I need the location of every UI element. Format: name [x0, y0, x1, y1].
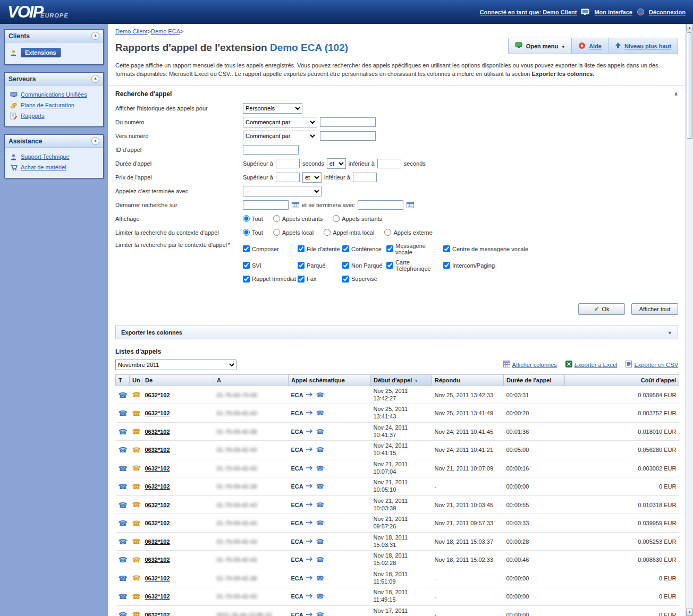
show-all-button[interactable]: Afficher tout: [631, 303, 678, 315]
sidebar-item-extensions[interactable]: Extensions: [8, 46, 100, 59]
context-checkbox[interactable]: [298, 245, 305, 252]
history-select[interactable]: Personnels: [243, 103, 302, 114]
caller-number-link[interactable]: 0632*102: [145, 483, 170, 490]
caller-number-link[interactable]: 0632*102: [145, 575, 170, 581]
calendar-icon[interactable]: [407, 201, 414, 208]
context-intra-local-radio[interactable]: [324, 229, 331, 236]
level-up-link[interactable]: Niveau plus haut: [624, 43, 671, 49]
context-checkbox[interactable]: [298, 276, 305, 283]
my-interface-link[interactable]: Mon interface: [594, 9, 632, 15]
caller-number-link[interactable]: 0632*102: [145, 520, 170, 526]
to-number-input[interactable]: [320, 131, 376, 141]
context-checkbox-rappel-immediat[interactable]: Rappel Immédiat: [243, 276, 298, 283]
header-cost[interactable]: Coût d'appel: [565, 374, 679, 386]
breadcrumb-demo-client[interactable]: Demo Client: [115, 28, 148, 35]
caller-number-link[interactable]: 0632*102: [145, 410, 170, 416]
context-checkbox-messagerie-vocale[interactable]: Messagerie vocale: [386, 243, 443, 255]
caller-number-link[interactable]: 0632*102: [145, 465, 170, 472]
context-checkbox[interactable]: [443, 262, 450, 269]
display-entrants-radio[interactable]: [273, 215, 280, 222]
context-checkbox-centre-messagerie[interactable]: Centre de messagerie vocale: [443, 245, 528, 252]
show-columns-link[interactable]: Afficher colonnes: [512, 362, 557, 368]
call-id-input[interactable]: [243, 145, 299, 155]
context-checkbox[interactable]: [342, 276, 349, 283]
from-match-select[interactable]: Commençant par: [243, 117, 317, 127]
sidebar-item-label[interactable]: Support Technique: [21, 153, 70, 160]
collapse-panel-icon[interactable]: [91, 32, 99, 40]
context-checkbox-composer[interactable]: Composer: [243, 245, 298, 252]
sidebar-item-plans-facturation[interactable]: Plans de Facturation: [8, 100, 100, 110]
context-externe-radio[interactable]: [384, 229, 391, 236]
context-tout-radio[interactable]: [243, 229, 250, 236]
display-option-sortants[interactable]: Appels sortants: [333, 215, 382, 222]
context-checkbox-fax[interactable]: Fax: [298, 276, 342, 283]
caller-number-link[interactable]: 0632*102: [145, 612, 170, 616]
sidebar-item-communications-unifiees[interactable]: Communications Unifiées: [8, 89, 100, 100]
scroll-down-button[interactable]: [686, 609, 693, 616]
context-local-radio[interactable]: [273, 229, 280, 236]
header-answered-flag[interactable]: Un: [130, 374, 142, 386]
caller-number-link[interactable]: 0632*102: [145, 557, 170, 563]
display-tout-radio[interactable]: [243, 215, 250, 222]
ended-with-select[interactable]: --: [243, 186, 322, 196]
help-link[interactable]: Aide: [589, 43, 602, 49]
calendar-icon[interactable]: [292, 201, 299, 208]
to-match-select[interactable]: Commençant par: [243, 131, 317, 141]
context-checkbox-parque[interactable]: Parqué: [298, 262, 342, 269]
display-option-tout[interactable]: Tout: [243, 215, 263, 222]
export-csv-control[interactable]: Exporter en CSV: [626, 361, 678, 369]
price-max-input[interactable]: [353, 173, 377, 182]
caller-number-link[interactable]: 0632*102: [145, 429, 170, 435]
ok-button[interactable]: Ok: [578, 303, 625, 315]
collapse-panel-icon[interactable]: [91, 75, 99, 83]
level-up-button[interactable]: Niveau plus haut: [608, 38, 678, 54]
scrollbar-thumb[interactable]: [687, 32, 692, 139]
sidebar-item-label[interactable]: Communications Unifiées: [21, 91, 87, 98]
end-date-input[interactable]: [358, 200, 403, 210]
month-select[interactable]: Novembre 2011: [115, 360, 236, 370]
context-checkbox[interactable]: [243, 276, 250, 283]
sidebar-item-label[interactable]: Rapports: [21, 113, 45, 119]
export-excel-link[interactable]: Exporter à Excel: [574, 362, 618, 368]
caller-number-link[interactable]: 0632*102: [145, 447, 170, 453]
header-from[interactable]: De: [142, 374, 214, 386]
duration-operator-select[interactable]: et: [327, 158, 346, 169]
sidebar-item-achat-materiel[interactable]: Achat de matériel: [8, 162, 100, 173]
context-option-externe[interactable]: Appels externe: [384, 229, 432, 236]
export-csv-link[interactable]: Exporter en CSV: [634, 362, 678, 368]
header-duration[interactable]: Durée de l'appel: [504, 374, 565, 386]
context-checkbox[interactable]: [443, 245, 450, 252]
sidebar-item-label[interactable]: Plans de Facturation: [21, 102, 74, 108]
context-option-intra-local[interactable]: Appel intra local: [324, 229, 374, 236]
start-date-input[interactable]: [243, 200, 289, 210]
sidebar-item-support-technique[interactable]: Support Technique: [8, 151, 100, 162]
context-checkbox-supervise[interactable]: Supervisé: [342, 276, 386, 283]
show-columns-control[interactable]: Afficher colonnes: [503, 361, 557, 369]
export-columns-bar[interactable]: Exporter les colonnes: [115, 326, 678, 339]
logged-in-link[interactable]: Connecté en tant que: Demo Client: [480, 9, 577, 15]
expand-export-icon[interactable]: [667, 329, 672, 336]
from-number-input[interactable]: [320, 117, 376, 127]
header-start-sorted[interactable]: Début d'appel: [371, 374, 432, 386]
context-checkbox-intercom-paging[interactable]: Intercom/Paging: [443, 262, 495, 269]
collapse-search-icon[interactable]: [674, 91, 678, 97]
context-checkbox-carte-telephonique[interactable]: Carte Téléphonique: [386, 259, 443, 272]
context-checkbox[interactable]: [342, 245, 349, 252]
context-checkbox[interactable]: [386, 245, 393, 252]
header-to[interactable]: A: [214, 374, 289, 386]
header-type[interactable]: T: [116, 374, 130, 386]
scroll-up-button[interactable]: [686, 24, 693, 31]
open-menu-button[interactable]: Open menu: [509, 38, 571, 54]
price-operator-select[interactable]: et: [302, 172, 322, 183]
sidebar-item-label[interactable]: Extensions: [21, 48, 61, 57]
context-option-local[interactable]: Appels local: [273, 229, 314, 236]
context-checkbox[interactable]: [243, 245, 250, 252]
breadcrumb-demo-eca[interactable]: Demo ECA: [151, 28, 180, 35]
display-sortants-radio[interactable]: [333, 215, 340, 222]
duration-min-input[interactable]: [276, 159, 300, 168]
logout-link[interactable]: Déconnexion: [649, 9, 686, 15]
caller-number-link[interactable]: 0632*102: [145, 392, 170, 398]
collapse-panel-icon[interactable]: [91, 137, 99, 145]
export-excel-control[interactable]: Exporter à Excel: [565, 361, 618, 369]
vertical-scrollbar[interactable]: [686, 24, 693, 616]
